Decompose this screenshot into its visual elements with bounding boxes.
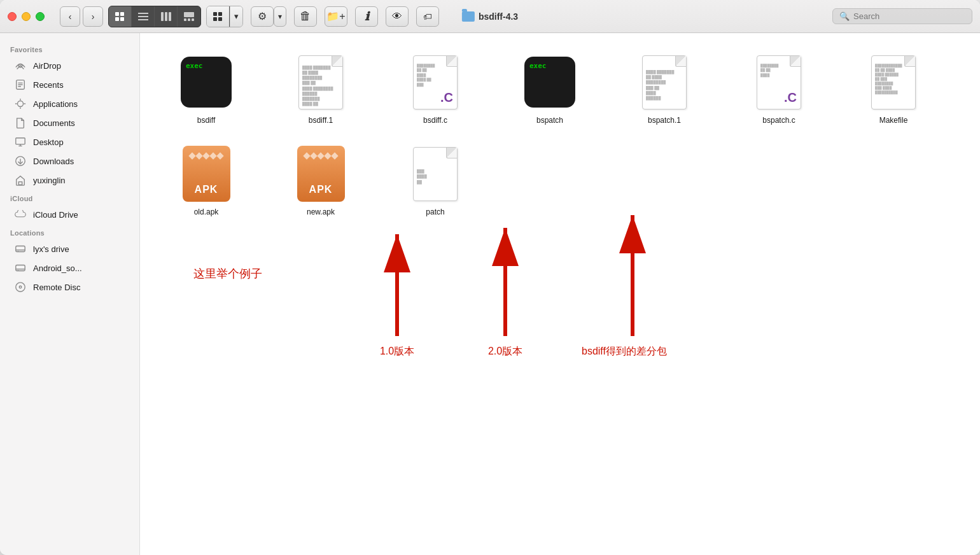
sidebar-item-documents-label: Documents	[33, 118, 75, 128]
arrange-dropdown-button[interactable]: ▾	[230, 6, 242, 27]
column-view-button[interactable]	[155, 6, 178, 27]
titlebar: ‹ ›	[0, 0, 980, 33]
svg-rect-33	[18, 182, 22, 185]
icloud-icon	[14, 208, 27, 221]
new-folder-button[interactable]: 📁+	[325, 6, 347, 27]
sidebar-item-downloads[interactable]: Downloads	[4, 151, 136, 171]
example-annotation: 这里举个例子	[193, 266, 262, 281]
svg-rect-9	[169, 12, 171, 21]
svg-rect-15	[218, 12, 222, 16]
bsdiff-icon: exec	[181, 53, 232, 111]
sidebar-item-remote-disc[interactable]: Remote Disc	[4, 278, 136, 297]
search-input[interactable]	[853, 11, 965, 21]
bsdiff-c-name: bsdiff.c	[423, 116, 447, 125]
svg-rect-4	[138, 13, 148, 14]
sidebar-item-remote-disc-label: Remote Disc	[33, 283, 80, 292]
locations-label: Locations	[0, 224, 139, 239]
file-item-old-apk[interactable]: APK old.apk	[155, 140, 257, 221]
title-folder-icon	[462, 11, 475, 22]
close-button[interactable]	[8, 12, 17, 21]
info-button[interactable]: ℹ	[355, 6, 378, 27]
svg-point-39	[18, 270, 19, 271]
svg-rect-2	[115, 17, 119, 21]
file-item-bspatch1[interactable]: ████ █████████ ███████████████ █████████…	[613, 48, 715, 130]
sidebar-item-home[interactable]: yuxinglin	[4, 171, 136, 190]
svg-rect-10	[184, 12, 194, 17]
diff-arrow	[607, 202, 658, 349]
bspatch-c-icon: ██████████ ██████ .C	[753, 53, 804, 111]
svg-rect-14	[213, 12, 217, 16]
file-item-bspatch-c[interactable]: ██████████ ██████ .C bspatch.c	[728, 48, 830, 130]
svg-rect-0	[115, 12, 119, 16]
file-item-patch[interactable]: █████████ patch	[384, 140, 486, 221]
search-box[interactable]: 🔍	[832, 8, 972, 24]
file-item-makefile[interactable]: ██████████████ ██ ████████ ████████ ████…	[843, 48, 944, 130]
icloud-label: iCloud	[0, 190, 139, 205]
svg-rect-5	[138, 16, 148, 17]
bspatch-name: bspatch	[536, 116, 563, 125]
svg-rect-16	[213, 17, 217, 21]
files-grid: exec bsdiff ████ █████████ █████████████…	[155, 48, 965, 221]
sidebar-item-recents[interactable]: Recents	[4, 75, 136, 94]
new-apk-name: new.apk	[307, 207, 335, 216]
file-item-bsdiff1[interactable]: ████ █████████ ███████████████ ██████ ██…	[270, 48, 372, 130]
sidebar-item-documents[interactable]: Documents	[4, 113, 136, 132]
gallery-view-button[interactable]	[178, 6, 200, 27]
recents-icon	[14, 78, 27, 91]
svg-rect-8	[165, 12, 167, 21]
sidebar-item-applications[interactable]: Applications	[4, 94, 136, 113]
maximize-button[interactable]	[36, 12, 45, 21]
window-title: bsdiff-4.3	[479, 11, 518, 22]
delete-button[interactable]: 🗑	[294, 6, 317, 27]
sidebar-item-desktop[interactable]: Desktop	[4, 132, 136, 151]
minimize-button[interactable]	[22, 12, 31, 21]
svg-point-40	[16, 283, 25, 292]
sidebar-item-lyx-drive[interactable]: lyx's drive	[4, 239, 136, 258]
list-view-button[interactable]	[132, 6, 155, 27]
svg-rect-17	[218, 17, 222, 21]
arrange-group: ▾	[206, 6, 243, 27]
tag-button[interactable]: 🏷	[416, 6, 439, 27]
forward-button[interactable]: ›	[83, 6, 103, 27]
svg-rect-6	[138, 19, 148, 20]
sidebar-item-airdrop[interactable]: AirDrop	[4, 56, 136, 75]
sidebar-item-android[interactable]: Android_so...	[4, 258, 136, 278]
sidebar-item-home-label: yuxinglin	[33, 176, 66, 185]
annotation-area: 这里举个例子 1.0版本	[155, 247, 965, 438]
sidebar-item-desktop-label: Desktop	[33, 137, 64, 147]
window-body: Favorites AirDrop	[0, 33, 980, 555]
file-item-new-apk[interactable]: APK new.apk	[270, 140, 372, 221]
svg-point-23	[18, 101, 24, 107]
file-item-bspatch[interactable]: exec bspatch	[499, 48, 601, 130]
sidebar-item-airdrop-label: AirDrop	[33, 61, 61, 71]
example-text: 这里举个例子	[193, 267, 262, 280]
svg-rect-1	[120, 12, 124, 16]
sidebar-item-icloud[interactable]: iCloud Drive	[4, 205, 136, 224]
nav-buttons: ‹ ›	[60, 6, 103, 27]
old-apk-name: old.apk	[194, 207, 219, 216]
disc-icon	[14, 281, 27, 293]
svg-rect-3	[120, 17, 124, 21]
finder-window: ‹ ›	[0, 0, 980, 555]
main-content: exec bsdiff ████ █████████ █████████████…	[140, 33, 980, 555]
applications-icon	[14, 97, 27, 110]
svg-rect-28	[16, 138, 25, 144]
svg-point-36	[18, 251, 19, 252]
preview-button[interactable]: 👁	[386, 6, 409, 27]
icon-view-button[interactable]	[109, 6, 132, 27]
arrange-button[interactable]	[207, 6, 230, 27]
sidebar-item-downloads-label: Downloads	[33, 157, 74, 166]
downloads-icon	[14, 155, 27, 167]
action-button[interactable]: ⚙	[251, 6, 274, 27]
makefile-icon: ██████████████ ██ ████████ ████████ ████…	[868, 53, 919, 111]
action-dropdown-button[interactable]: ▾	[274, 6, 286, 27]
back-button[interactable]: ‹	[60, 6, 80, 27]
file-item-bsdiff-c[interactable]: ██████████ ██████████ █████ .C bsdiff.c	[384, 48, 486, 130]
desktop-icon	[14, 136, 27, 148]
documents-icon	[14, 116, 27, 129]
svg-rect-11	[184, 18, 186, 21]
file-item-bsdiff[interactable]: exec bsdiff	[155, 48, 257, 130]
sidebar-item-android-label: Android_so...	[33, 263, 82, 273]
bsdiff1-icon: ████ █████████ ███████████████ ██████ ██…	[295, 53, 346, 111]
v1-annotation: 1.0版本	[372, 221, 423, 358]
